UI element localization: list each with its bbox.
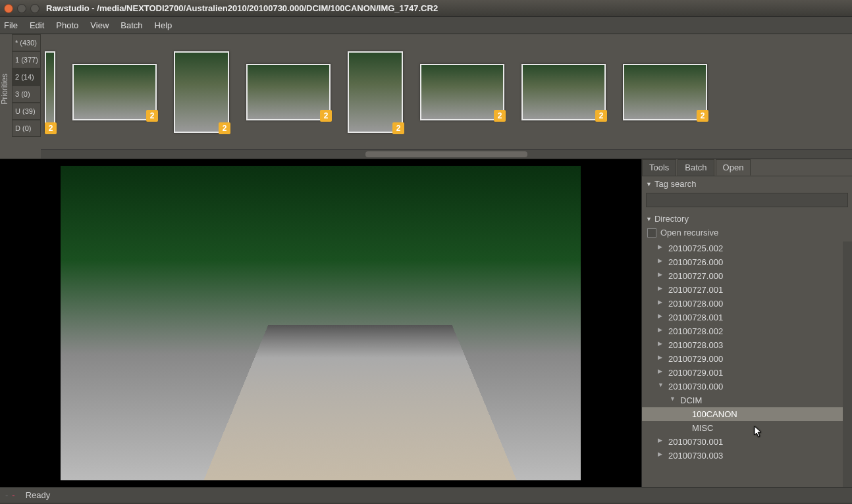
priorities-label: Priorities — [0, 74, 9, 105]
priority-2[interactable]: 2 (14) — [12, 68, 41, 86]
chevron-right-icon[interactable]: ▶ — [658, 326, 662, 333]
chevron-right-icon[interactable]: ▶ — [658, 354, 662, 361]
priority-badge: 2 — [45, 122, 57, 134]
titlebar: Rawstudio - /media/NEXTODI2700/Australie… — [0, 0, 852, 17]
chevron-right-icon[interactable]: ▶ — [658, 257, 662, 264]
menu-help[interactable]: Help — [155, 20, 173, 30]
thumbnail[interactable]: 2 — [45, 51, 55, 133]
directory-tree[interactable]: ▶20100725.002▶20100726.000▶20100727.000▶… — [642, 241, 843, 487]
tree-item-label: 20100730.000 — [668, 382, 723, 391]
priority-badge: 2 — [320, 110, 332, 122]
thumbnails-row: 22222222 — [41, 34, 852, 149]
tree-item[interactable]: ▶20100727.001 — [642, 283, 843, 297]
tree-scrollbar[interactable] — [843, 241, 852, 487]
tree-item-label: DCIM — [680, 395, 702, 405]
tree-item[interactable]: ▶20100725.002 — [642, 241, 843, 255]
chevron-down-icon: ▼ — [646, 216, 652, 222]
minimize-icon[interactable] — [17, 4, 26, 13]
chevron-right-icon[interactable]: ▶ — [658, 437, 662, 443]
window-controls — [4, 4, 40, 13]
chevron-right-icon[interactable]: ▶ — [658, 285, 662, 291]
chevron-right-icon[interactable]: ▶ — [658, 451, 662, 457]
chevron-right-icon[interactable]: ▶ — [658, 243, 662, 250]
thumbnail-scrollbar-thumb[interactable] — [365, 151, 527, 157]
priority-u[interactable]: U (39) — [12, 103, 41, 120]
priority-badge: 2 — [219, 122, 230, 134]
priority-d[interactable]: D (0) — [12, 120, 41, 137]
tree-item-label: 20100727.000 — [668, 271, 723, 281]
thumbnail[interactable]: 2 — [348, 51, 403, 133]
tab-batch[interactable]: Batch — [678, 159, 714, 176]
priority-badge: 2 — [595, 110, 607, 122]
tree-item-label: 20100729.001 — [668, 368, 723, 378]
sidebar: Tools Batch Open ▼ Tag search ▼ Director… — [641, 159, 852, 487]
tree-item[interactable]: ▶20100728.003 — [642, 338, 843, 352]
tag-search-label: Tag search — [654, 179, 697, 189]
thumbnail-scrollbar[interactable] — [41, 149, 852, 159]
menu-photo[interactable]: Photo — [56, 20, 78, 30]
tree-item-label: 20100728.002 — [668, 326, 723, 336]
thumbnail[interactable]: 2 — [72, 64, 157, 120]
tree-item-label: MISC — [692, 423, 714, 433]
sidebar-tabs: Tools Batch Open — [642, 159, 852, 176]
chevron-right-icon[interactable]: ▶ — [658, 313, 662, 319]
tree-item[interactable]: ▶20100728.002 — [642, 324, 843, 338]
open-recursive-label: Open recursive — [660, 228, 718, 238]
tree-item-label: 20100730.003 — [668, 451, 723, 461]
preview-image[interactable] — [61, 166, 581, 480]
chevron-down-icon[interactable]: ▼ — [670, 395, 676, 402]
menu-batch[interactable]: Batch — [120, 20, 142, 30]
tree-item[interactable]: ▼DCIM — [642, 393, 843, 407]
tree-item[interactable]: ▼20100730.000 — [642, 380, 843, 393]
chevron-right-icon[interactable]: ▶ — [658, 271, 662, 278]
thumbnail[interactable]: 2 — [174, 51, 229, 133]
tab-open[interactable]: Open — [716, 159, 751, 176]
tree-item[interactable]: ▶20100728.001 — [642, 311, 843, 324]
thumbnail[interactable]: 2 — [521, 64, 606, 120]
tree-item[interactable]: ▶20100730.003 — [642, 449, 843, 463]
chevron-right-icon[interactable]: ▶ — [658, 368, 662, 374]
tree-item[interactable]: ▶20100728.000 — [642, 297, 843, 311]
menu-view[interactable]: View — [90, 20, 109, 30]
priority-badge: 2 — [392, 122, 404, 134]
thumbnail[interactable]: 2 — [246, 64, 331, 120]
tree-item[interactable]: ▶20100729.000 — [642, 352, 843, 366]
close-icon[interactable] — [4, 4, 13, 13]
menu-edit[interactable]: Edit — [30, 20, 44, 30]
tree-item-label: 20100726.000 — [668, 257, 723, 267]
tab-tools[interactable]: Tools — [642, 159, 676, 176]
tree-item[interactable]: 100CANON — [642, 407, 843, 421]
directory-header[interactable]: ▼ Directory — [642, 211, 852, 226]
tree-item[interactable]: ▶20100727.000 — [642, 269, 843, 283]
tree-item[interactable]: ▶20100726.000 — [642, 255, 843, 269]
open-recursive-checkbox[interactable] — [647, 228, 656, 238]
tree-item-label: 20100725.002 — [668, 243, 723, 253]
priority-3[interactable]: 3 (0) — [12, 86, 41, 103]
statusbar: - - Ready — [0, 487, 852, 503]
priority-badge: 2 — [146, 110, 158, 122]
tree-item[interactable]: MISC — [642, 421, 843, 435]
priorities-panel: Priorities * (430) 1 (377) 2 (14) 3 (0) … — [0, 34, 41, 159]
status-text: Ready — [26, 490, 51, 500]
status-indicator-2: - — [12, 490, 14, 500]
chevron-down-icon[interactable]: ▼ — [658, 382, 664, 388]
priority-all[interactable]: * (430) — [12, 34, 41, 51]
thumbnail[interactable]: 2 — [420, 64, 504, 120]
priority-1[interactable]: 1 (377) — [12, 51, 41, 68]
thumbnail[interactable]: 2 — [623, 64, 707, 120]
tag-search-header[interactable]: ▼ Tag search — [642, 176, 852, 191]
tree-item-label: 20100728.003 — [668, 340, 723, 350]
menu-file[interactable]: File — [4, 20, 18, 30]
tree-item-label: 20100728.000 — [668, 299, 723, 309]
window-title: Rawstudio - /media/NEXTODI2700/Australie… — [46, 3, 438, 13]
tag-search-input[interactable] — [646, 193, 848, 207]
tree-item[interactable]: ▶20100730.001 — [642, 435, 843, 449]
maximize-icon[interactable] — [30, 4, 40, 13]
priority-badge: 2 — [494, 110, 506, 122]
chevron-right-icon[interactable]: ▶ — [658, 299, 662, 305]
chevron-right-icon[interactable]: ▶ — [658, 340, 662, 347]
thumbnail-area: Priorities * (430) 1 (377) 2 (14) 3 (0) … — [0, 34, 852, 159]
tree-item[interactable]: ▶20100729.001 — [642, 366, 843, 380]
tree-item-label: 100CANON — [692, 409, 737, 419]
open-recursive-row[interactable]: Open recursive — [642, 226, 852, 241]
